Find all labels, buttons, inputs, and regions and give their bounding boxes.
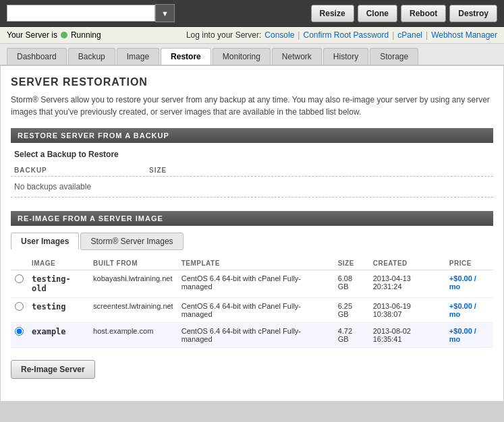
template-col-header: TEMPLATE — [177, 257, 334, 270]
separator-1: | — [298, 30, 300, 40]
separator-2: | — [392, 30, 394, 40]
login-label: Log into your Server: — [186, 30, 261, 40]
tab-storage[interactable]: Storage — [370, 48, 418, 65]
reimage-header: RE-IMAGE FROM A SERVER IMAGE — [11, 211, 493, 226]
template-1: CentOS 6.4 64-bit with cPanel Fully-mana… — [177, 298, 334, 323]
created-col-header: CREATED — [369, 257, 445, 270]
server-input[interactable]: Server Details: host.example.com — [7, 5, 155, 22]
clone-button[interactable]: Clone — [358, 5, 397, 22]
select-backup-label: Select a Backup to Restore — [11, 150, 493, 159]
built-from-2: host.example.com — [89, 323, 177, 348]
reimage-section: RE-IMAGE FROM A SERVER IMAGE User Images… — [11, 211, 493, 384]
size-column-header: SIZE — [149, 167, 167, 174]
image-radio-2[interactable] — [15, 327, 24, 336]
tab-dashboard[interactable]: Dashboard — [7, 48, 67, 65]
price-link-1[interactable]: +$0.00 / mo — [449, 302, 476, 318]
confirm-root-password-link[interactable]: Confirm Root Password — [303, 30, 389, 40]
tab-backup[interactable]: Backup — [68, 48, 115, 65]
destroy-button[interactable]: Destroy — [449, 5, 497, 22]
built-from-col-header: BUILT FROM — [89, 257, 177, 270]
reboot-button[interactable]: Reboot — [401, 5, 446, 22]
main-content: SERVER RESTORATION Storm® Servers allow … — [0, 65, 504, 402]
reimage-button-area: Re-Image Server — [11, 348, 493, 384]
image-col-header: IMAGE — [28, 257, 89, 270]
created-0: 2013-04-13 20:31:24 — [369, 270, 445, 298]
image-name-2: example — [32, 327, 66, 336]
tab-image[interactable]: Image — [117, 48, 159, 65]
page-title: SERVER RESTORATION — [11, 76, 493, 88]
tab-monitoring[interactable]: Monitoring — [213, 48, 271, 65]
image-radio-0[interactable] — [15, 274, 24, 283]
cpanel-link[interactable]: cPanel — [397, 30, 422, 40]
status-bar: Your Server is Running Log into your Ser… — [0, 27, 504, 44]
created-2: 2013-08-02 16:35:41 — [369, 323, 445, 348]
page-description: Storm® Servers allow you to restore your… — [11, 94, 493, 118]
size-col-header: SIZE — [334, 257, 369, 270]
reimage-server-button[interactable]: Re-Image Server — [11, 360, 95, 379]
size-2: 4.72 GB — [334, 323, 369, 348]
table-row: testing-old kobayashi.lwtraining.net Cen… — [11, 270, 493, 298]
backup-table-header: BACKUP SIZE — [11, 164, 493, 177]
image-radio-1[interactable] — [15, 302, 24, 311]
price-link-2[interactable]: +$0.00 / mo — [449, 327, 476, 343]
server-dropdown: Server Details: host.example.com ▼ — [7, 4, 175, 22]
built-from-1: screentest.lwtraining.net — [89, 298, 177, 323]
status-running-label: Running — [71, 30, 101, 40]
status-links: Log into your Server: Console | Confirm … — [186, 30, 497, 40]
top-bar: Server Details: host.example.com ▼ Resiz… — [0, 0, 504, 27]
separator-3: | — [426, 30, 428, 40]
resize-button[interactable]: Resize — [311, 5, 354, 22]
no-backups-message: No backups available — [11, 177, 493, 198]
price-link-0[interactable]: +$0.00 / mo — [449, 274, 476, 291]
backup-column-header: BACKUP — [14, 167, 149, 174]
webhost-manager-link[interactable]: Webhost Manager — [431, 30, 497, 40]
created-1: 2013-06-19 10:38:07 — [369, 298, 445, 323]
built-from-0: kobayashi.lwtraining.net — [89, 270, 177, 298]
image-tabs: User Images Storm® Server Images — [11, 233, 493, 250]
table-row: testing screentest.lwtraining.net CentOS… — [11, 298, 493, 323]
images-table: IMAGE BUILT FROM TEMPLATE SIZE CREATED P… — [11, 257, 493, 348]
nav-tabs: Dashboard Backup Image Restore Monitorin… — [0, 44, 504, 65]
dropdown-arrow-button[interactable]: ▼ — [155, 4, 175, 22]
top-action-buttons: Resize Clone Reboot Destroy — [311, 5, 497, 22]
tab-network[interactable]: Network — [272, 48, 322, 65]
size-1: 6.25 GB — [334, 298, 369, 323]
template-2: CentOS 6.4 64-bit with cPanel Fully-mana… — [177, 323, 334, 348]
restore-header: RESTORE SERVER FROM A BACKUP — [11, 128, 493, 143]
status-left: Your Server is Running — [7, 30, 101, 40]
console-link[interactable]: Console — [264, 30, 294, 40]
tab-history[interactable]: History — [323, 48, 368, 65]
image-name-0: testing-old — [32, 274, 71, 293]
size-0: 6.08 GB — [334, 270, 369, 298]
tab-user-images[interactable]: User Images — [11, 233, 79, 250]
status-dot-icon — [61, 32, 67, 38]
tab-restore[interactable]: Restore — [161, 48, 211, 65]
restore-backup-section: RESTORE SERVER FROM A BACKUP Select a Ba… — [11, 128, 493, 198]
price-col-header: PRICE — [445, 257, 493, 270]
tab-storm-server-images[interactable]: Storm® Server Images — [80, 233, 183, 250]
image-name-1: testing — [32, 302, 66, 311]
status-prefix-label: Your Server is — [7, 30, 57, 40]
table-row: example host.example.com CentOS 6.4 64-b… — [11, 323, 493, 348]
template-0: CentOS 6.4 64-bit with cPanel Fully-mana… — [177, 270, 334, 298]
radio-col-header — [11, 257, 28, 270]
